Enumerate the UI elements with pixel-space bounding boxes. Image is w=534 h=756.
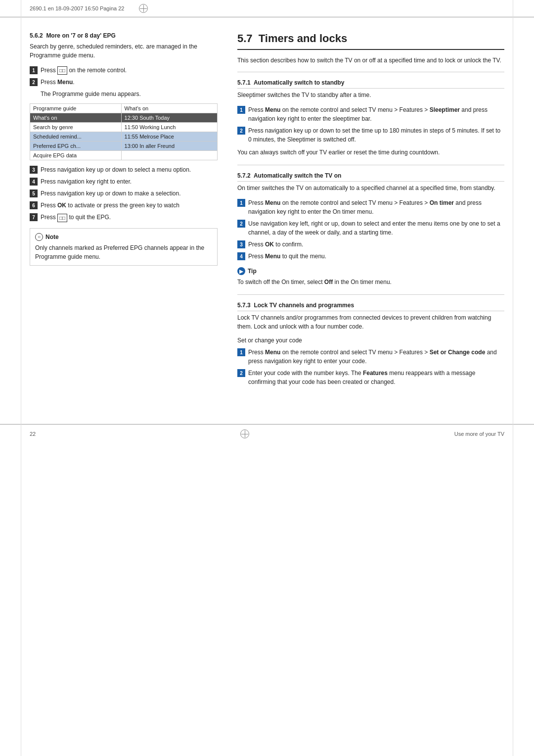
page-footer: 22 Use more of your TV (0, 424, 534, 443)
note-text: Only channels marked as Preferred EPG ch… (35, 243, 212, 261)
subsection-572-title: 5.7.2 Automatically switch the TV on (237, 172, 504, 182)
s571-step-1-text: Press Menu on the remote control and sel… (248, 105, 504, 123)
section-562-intro: Search by genre, scheduled reminders, et… (30, 42, 218, 60)
steps-list-2: 3 Press navigation key up or down to sel… (30, 165, 218, 222)
step-6: 6 Press OK to activate or press the gree… (30, 201, 218, 210)
epg-row-1: What's on 12:30 South Today (30, 113, 218, 123)
epg-cell-3-2: 11:55 Melrose Place (121, 132, 217, 142)
s572-step-1: 1 Press Menu on the remote control and s… (237, 198, 504, 216)
tip-box-572: ▶ Tip To switch off the On timer, select… (237, 267, 504, 286)
left-column: 5.6.2 More on '7 or 8 day' EPG Search by… (30, 32, 218, 394)
tip-title: ▶ Tip (237, 267, 504, 276)
subsection-571-title: 5.7.1 Automatically switch to standby (237, 79, 504, 89)
s573-step-badge-1: 1 (237, 348, 245, 356)
s571-step-badge-2: 2 (237, 127, 245, 135)
section-571-steps: 1 Press Menu on the remote control and s… (237, 105, 504, 144)
epg-cell-1-2: 12:30 South Today (121, 113, 217, 123)
epg-row-5: Acquire EPG data (30, 151, 218, 160)
section-572-steps: 1 Press Menu on the remote control and s… (237, 198, 504, 261)
right-column: 5.7 Timers and locks This section descri… (237, 32, 504, 394)
right-margin-decoration (513, 0, 513, 756)
step-1: 1 Press □□ on the remote control. (30, 66, 218, 75)
step-programme-guide-appears: The Programme guide menu appears. (30, 90, 218, 98)
step-badge-6: 6 (30, 201, 38, 209)
subsection-573-title: 5.7.3 Lock TV channels and programmes (237, 302, 504, 311)
s573-step-2: 2 Enter your code with the number keys. … (237, 369, 504, 386)
s572-step-3: 3 Press OK to confirm. (237, 240, 504, 249)
step-badge-1: 1 (30, 66, 38, 74)
step-badge-5: 5 (30, 189, 38, 197)
note-icon: ○ (35, 233, 43, 241)
epg-cell-2-1: Search by genre (30, 123, 122, 132)
epg-table: Programme guide What's on What's on 12:3… (30, 103, 218, 160)
tip-label: Tip (248, 267, 257, 276)
section-562-title: 5.6.2 More on '7 or 8 day' EPG (30, 32, 218, 39)
note-box: ○ Note Only channels marked as Preferred… (30, 228, 218, 266)
subsection-572-intro: On timer switches the TV on automaticall… (237, 184, 504, 192)
section-5-6-2: 5.6.2 More on '7 or 8 day' EPG Search by… (30, 32, 218, 266)
section-57-title: 5.7 Timers and locks (237, 32, 504, 50)
footer-page-number: 22 (30, 431, 36, 437)
step-badge-3: 3 (30, 166, 38, 174)
epg-cell-1-1: What's on (30, 113, 122, 123)
step-7-text: Press □□ to quit the EPG. (41, 213, 111, 222)
subsection-573-intro: Lock TV channels and/or programmes from … (237, 313, 504, 331)
epg-col-programme-guide: Programme guide (30, 104, 122, 113)
header-meta: 2690.1 en 18-09-2007 16:50 Pagina 22 (30, 5, 124, 11)
step-4-text: Press navigation key right to enter. (41, 177, 132, 186)
step-1-text: Press □□ on the remote control. (41, 66, 127, 75)
step-4: 4 Press navigation key right to enter. (30, 177, 218, 186)
epg-cell-5-1: Acquire EPG data (30, 151, 122, 160)
step-3: 3 Press navigation key up or down to sel… (30, 165, 218, 174)
s572-step-2: 2 Use navigation key left, right or up, … (237, 219, 504, 237)
footer-right-text: Use more of your TV (454, 431, 504, 437)
page-wrapper: 2690.1 en 18-09-2007 16:50 Pagina 22 5.6… (0, 0, 534, 756)
header-crosshair-icon (139, 4, 148, 13)
s573-step-1-text: Press Menu on the remote control and sel… (248, 348, 504, 366)
step-2: 2 Press Menu. (30, 78, 218, 87)
page-header: 2690.1 en 18-09-2007 16:50 Pagina 22 (0, 0, 534, 17)
divider-573 (237, 294, 504, 295)
epg-row-3: Scheduled remind... 11:55 Melrose Place (30, 132, 218, 142)
s573-step-2-text: Enter your code with the number keys. Th… (248, 369, 504, 386)
s572-step-2-text: Use navigation key left, right or up, do… (248, 219, 504, 237)
step-badge-4: 4 (30, 178, 38, 186)
subsection-571-intro: Sleeptimer switches the TV to standby af… (237, 91, 504, 99)
section-571: 5.7.1 Automatically switch to standby Sl… (237, 72, 504, 157)
step-5: 5 Press navigation key up or down to mak… (30, 189, 218, 198)
epg-cell-3-1: Scheduled remind... (30, 132, 122, 142)
step-badge-7: 7 (30, 213, 38, 221)
epg-row-2: Search by genre 11:50 Working Lunch (30, 123, 218, 132)
step-3-text: Press navigation key up or down to selec… (41, 165, 191, 174)
tip-icon: ▶ (237, 267, 245, 275)
s572-step-4: 4 Press Menu to quit the menu. (237, 252, 504, 261)
s572-step-1-text: Press Menu on the remote control and sel… (248, 198, 504, 216)
step-2-text: Press Menu. (41, 78, 75, 87)
epg-cell-5-2 (121, 151, 217, 160)
s572-step-badge-2: 2 (237, 220, 245, 228)
s573-step-badge-2: 2 (237, 369, 245, 377)
epg-col-whats-on: What's on (121, 104, 217, 113)
epg-cell-2-2: 11:50 Working Lunch (121, 123, 217, 132)
s572-step-badge-4: 4 (237, 252, 245, 260)
s571-step-1: 1 Press Menu on the remote control and s… (237, 105, 504, 123)
section-573-steps: 1 Press Menu on the remote control and s… (237, 348, 504, 386)
divider-571 (237, 72, 504, 72)
s573-step-1: 1 Press Menu on the remote control and s… (237, 348, 504, 366)
epg-cell-4-2: 13:00 In aller Freund (121, 142, 217, 151)
step-7: 7 Press □□ to quit the EPG. (30, 213, 218, 222)
subsection-573-subheading: Set or change your code (237, 337, 504, 344)
s571-step-2-text: Press navigation key up or down to set t… (248, 126, 504, 144)
left-margin-decoration (21, 0, 21, 756)
steps-list-1: 1 Press □□ on the remote control. 2 Pres… (30, 66, 218, 98)
s572-step-badge-3: 3 (237, 240, 245, 248)
s572-step-4-text: Press Menu to quit the menu. (248, 252, 326, 261)
s572-step-badge-1: 1 (237, 199, 245, 207)
s572-step-3-text: Press OK to confirm. (248, 240, 303, 249)
divider-572 (237, 165, 504, 165)
epg-row-4: Preferred EPG ch... 13:00 In aller Freun… (30, 142, 218, 151)
s571-step-2: 2 Press navigation key up or down to set… (237, 126, 504, 144)
epg-cell-4-1: Preferred EPG ch... (30, 142, 122, 151)
note-title: ○ Note (35, 233, 212, 241)
content-area: 5.6.2 More on '7 or 8 day' EPG Search by… (0, 17, 534, 414)
